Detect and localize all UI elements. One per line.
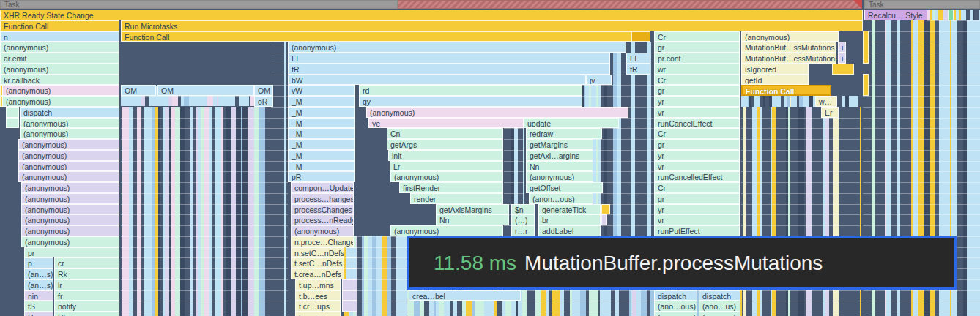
frame-sliver[interactable]	[832, 64, 854, 75]
frame-run-microtasks[interactable]: Run Microtasks	[121, 20, 863, 31]
frame--anonymous-[interactable]: (anonymous)	[18, 150, 119, 161]
frame--anonymous-[interactable]: (anonymous)	[18, 171, 119, 182]
frame-fr[interactable]: fr	[54, 290, 119, 301]
frame--m[interactable]: _M	[288, 118, 355, 129]
frame--anonymous-[interactable]: (anonymous)	[21, 193, 119, 204]
frame-getmargins[interactable]: getMargins	[526, 139, 593, 150]
frame-nn[interactable]: Nn	[436, 214, 509, 225]
frame--m[interactable]: _M	[288, 150, 355, 161]
frame-getaxismargins[interactable]: getAxisMargins	[436, 204, 509, 215]
frame-i[interactable]: i	[838, 53, 846, 64]
frame--ano-ous-[interactable]: (ano…ous)	[654, 301, 697, 312]
frame-rk[interactable]: Rk	[54, 268, 119, 279]
frame--anonymous-[interactable]: (anonymous)	[390, 171, 503, 182]
frame-br[interactable]: br	[538, 214, 601, 225]
frame--m[interactable]: _M	[288, 139, 355, 150]
frame-firstrender[interactable]: firstRender	[399, 182, 503, 193]
frame-cr[interactable]: Cr	[654, 31, 740, 42]
frame--anonymous-[interactable]: (anonymous)	[21, 204, 119, 215]
frame--anonymous-[interactable]: (anonymous)	[2, 85, 119, 96]
frame-gr[interactable]: gr	[654, 42, 740, 53]
frame-getoffset[interactable]: getOffset	[526, 182, 603, 193]
frame-i[interactable]: i	[838, 42, 846, 53]
frame-kr-callback[interactable]: kr.callback	[0, 75, 119, 86]
frame-nn[interactable]: Nn	[526, 161, 593, 172]
frame-t-s-mns[interactable]: t.s…mns	[295, 312, 341, 316]
frame--anonymous-[interactable]: (anonymous)	[390, 225, 503, 236]
frame-function-call[interactable]: Function Call	[741, 85, 831, 96]
frame-jv[interactable]: jv	[586, 75, 612, 86]
frame-yr[interactable]: yr	[654, 150, 740, 161]
frame-sliver[interactable]	[342, 279, 357, 290]
frame-vr[interactable]: vr	[654, 161, 740, 172]
frame-cr[interactable]: Cr	[654, 128, 740, 139]
frame--anonymous-[interactable]: (anonymous)	[21, 225, 119, 236]
frame-runcancelledeffect[interactable]: runCancelledEffect	[654, 171, 740, 182]
frame-cr[interactable]: Cr	[654, 182, 740, 193]
frame-getid[interactable]: getId	[741, 75, 809, 86]
frame-ar-emit[interactable]: ar.emit	[0, 53, 119, 64]
frame-pr[interactable]: pR	[288, 171, 355, 182]
frame--anonymous-[interactable]: (anonymous)	[288, 42, 626, 53]
frame-dispatch[interactable]: dispatch	[20, 107, 119, 118]
frame-n-setc-ndefs[interactable]: n.setC…nDefs	[291, 247, 344, 258]
frame-lr[interactable]: Lr	[390, 161, 503, 172]
frame-cn[interactable]: Cn	[387, 128, 503, 139]
performance-flame-chart[interactable]: TaskTask XHR Ready State ChangeRecalcu… …	[0, 0, 980, 316]
frame-init[interactable]: init	[388, 150, 503, 161]
frame-fl[interactable]: Fl	[626, 53, 650, 64]
frame--anonymous-[interactable]: (anonymous)	[21, 214, 119, 225]
frame-ts[interactable]: tS	[24, 301, 53, 312]
frame-runcanceleffect[interactable]: runCancelEffect	[654, 118, 740, 129]
frame-bw[interactable]: bW	[288, 75, 586, 86]
frame-function-call[interactable]: Function Call	[121, 31, 650, 42]
frame--m[interactable]: _M	[288, 96, 355, 107]
frame--anonymous-[interactable]: (anonymous)	[21, 236, 119, 247]
frame--m[interactable]: _M	[288, 107, 355, 118]
frame-yr[interactable]: yr	[654, 96, 740, 107]
frame-processchanges[interactable]: processChanges	[291, 204, 354, 215]
frame--[interactable]: (…)	[511, 214, 535, 225]
frame-n[interactable]: n	[0, 31, 119, 42]
frame-sliver[interactable]	[6, 107, 19, 118]
frame-update[interactable]: update	[524, 118, 619, 129]
frame-sliver[interactable]	[342, 301, 357, 312]
frame-t-b-ees[interactable]: t.b…ees	[295, 290, 341, 301]
frame--anonymous-[interactable]: (anonymous)	[18, 161, 119, 172]
frame-compon-update[interactable]: compon…Update	[291, 182, 354, 193]
frame-redraw[interactable]: redraw	[526, 128, 602, 139]
frame-sliver[interactable]	[346, 247, 357, 258]
task-bar[interactable]: Task	[864, 0, 980, 9]
frame-rk[interactable]: Rk	[54, 312, 119, 316]
frame-sliver[interactable]	[863, 74, 869, 96]
frame-fl[interactable]: Fl	[288, 53, 610, 64]
frame--anonymous-[interactable]: (anonymous)	[18, 139, 119, 150]
frame-ye[interactable]: ye	[368, 118, 524, 129]
frame--anonymous-[interactable]: (anonymous)	[741, 31, 839, 42]
frame-getaxi-argins[interactable]: getAxi…argins	[526, 150, 593, 161]
frame-w-[interactable]: w…	[815, 96, 837, 107]
frame-t-up-mns[interactable]: t.up…mns	[295, 279, 341, 290]
frame-render[interactable]: render	[410, 193, 503, 204]
frame-gr[interactable]: gr	[654, 85, 740, 96]
frame-t-crea-ndefs[interactable]: t.crea…nDefs	[291, 268, 344, 279]
frame--ano-us-[interactable]: (ano…us)	[699, 301, 740, 312]
frame-dispatch[interactable]: dispatch	[699, 290, 740, 301]
frame-xhr-ready-state-change[interactable]: XHR Ready State Change	[0, 10, 863, 20]
frame-om[interactable]: OM	[121, 85, 156, 96]
frame--anonymous-[interactable]: (anonymous)	[0, 42, 119, 53]
frame-process-nready[interactable]: process…nReady	[291, 214, 354, 225]
frame-rd[interactable]: rd	[359, 85, 582, 96]
frame-r-r[interactable]: r…r	[511, 225, 535, 236]
frame--anonymous-[interactable]: (anonymous)	[291, 225, 354, 236]
frame-getargs[interactable]: getArgs	[387, 139, 503, 150]
frame--an-s-[interactable]: (an…s)	[24, 268, 53, 279]
frame-mutationbuf-ssmutations[interactable]: MutationBuf…ssMutations	[741, 42, 836, 53]
frame-vr[interactable]: vr	[654, 214, 740, 225]
frame-sliver[interactable]	[601, 214, 607, 225]
frame--anonymous-[interactable]: (anonymous)	[526, 171, 593, 182]
frame-om[interactable]: OM	[157, 85, 254, 96]
frame-vr[interactable]: vr	[654, 107, 740, 118]
frame--anonymous-[interactable]: (anonymous)	[20, 118, 119, 129]
frame-t-setc-ndefs[interactable]: t.setC…nDefs	[291, 257, 344, 268]
